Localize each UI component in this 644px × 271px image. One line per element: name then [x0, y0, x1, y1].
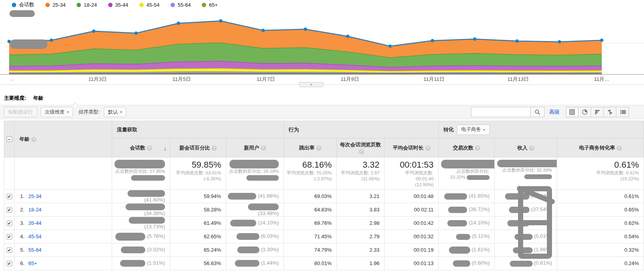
- collapse-rows-checkbox[interactable]: −: [7, 136, 12, 142]
- select-all-cell: −: [4, 121, 15, 157]
- table-row: ✔ 3.35-44 (13.73%) 61.49% (14.10%) 69.76…: [4, 217, 644, 230]
- pages-per-session-column-header[interactable]: 每次会话浏览页数?: [337, 138, 385, 157]
- x-tick: 11月11日: [424, 76, 445, 83]
- age-link[interactable]: 25-34: [28, 193, 41, 199]
- primary-dimension-bar: 主要维度: 年龄: [0, 90, 644, 105]
- legend-item-55-64[interactable]: 55-64: [171, 2, 191, 8]
- legend-item-25-34[interactable]: 25-34: [45, 2, 66, 8]
- row-number: 6.: [20, 260, 24, 266]
- series-dot-icon: [45, 3, 50, 7]
- pie-chart-icon: [582, 109, 588, 115]
- legend-label: 55-64: [178, 2, 191, 8]
- table-search: [471, 107, 544, 117]
- help-icon[interactable]: ?: [147, 146, 152, 151]
- advanced-filter-link[interactable]: 高级: [549, 108, 560, 116]
- redaction: [237, 247, 259, 253]
- help-icon[interactable]: ?: [617, 146, 622, 151]
- sort-type-button[interactable]: 默认▾: [104, 107, 127, 117]
- new-sessions-column-header[interactable]: 新会话百分比?: [170, 138, 226, 157]
- redaction: [453, 260, 470, 267]
- redaction: [510, 261, 533, 267]
- help-icon[interactable]: ?: [425, 146, 430, 151]
- ecommerce-label: 电子商务: [461, 126, 481, 133]
- legend-label: 会话数: [19, 1, 34, 8]
- age-link[interactable]: 45-54: [28, 234, 41, 239]
- age-column-header[interactable]: 年龄?: [15, 121, 112, 157]
- table-toolbar: 绘制选定行 次级维度▾ 排序类型: 默认▾ 高级: [0, 105, 644, 119]
- row-checkbox[interactable]: ✔: [7, 234, 12, 239]
- area-chart-canvas[interactable]: [0, 9, 644, 75]
- redaction: [230, 220, 256, 226]
- view-toggle-group: [566, 107, 629, 117]
- sessions-area-chart: [0, 9, 644, 75]
- legend-item-18-24[interactable]: 18-24: [77, 2, 97, 8]
- search-button[interactable]: [530, 107, 544, 117]
- help-icon[interactable]: ?: [261, 146, 266, 151]
- performance-view-button[interactable]: [591, 107, 604, 117]
- help-icon[interactable]: ?: [475, 146, 480, 151]
- transactions-column-header[interactable]: 交易次数?: [439, 138, 495, 157]
- revenue-column-header[interactable]: 收入?: [495, 138, 557, 157]
- search-input[interactable]: [471, 107, 530, 117]
- summary-new-sessions: 59.85%平均浏览次数: 63.91%(-6.35%): [170, 157, 226, 190]
- comparison-view-button[interactable]: [604, 107, 616, 117]
- age-link[interactable]: 55-64: [28, 247, 41, 253]
- secondary-dimension-button[interactable]: 次级维度▾: [41, 107, 73, 117]
- row-checkbox[interactable]: ✔: [7, 194, 12, 199]
- acquisition-group-header: 流量获取: [112, 121, 284, 138]
- conversion-rate-column-header[interactable]: 电子商务转化率?: [557, 138, 644, 157]
- redaction: [456, 234, 470, 240]
- redaction: [449, 247, 470, 254]
- behavior-group-header: 行为: [284, 121, 439, 138]
- redaction: [441, 160, 495, 168]
- redaction: [228, 193, 256, 200]
- help-icon[interactable]: ?: [529, 146, 534, 151]
- help-icon[interactable]: ?: [359, 149, 364, 154]
- chart-collapse-button[interactable]: ▾: [299, 82, 323, 87]
- x-tick: 11月5日: [173, 76, 191, 83]
- primary-dimension-age[interactable]: 年龄: [33, 95, 43, 101]
- table-view-button[interactable]: [566, 107, 578, 117]
- row-checkbox[interactable]: ✔: [7, 221, 12, 226]
- sessions-column-header[interactable]: 会话数?↓: [112, 138, 170, 157]
- help-icon[interactable]: ?: [31, 137, 36, 142]
- legend-label: 35-44: [115, 2, 128, 8]
- row-checkbox[interactable]: ✔: [7, 261, 12, 266]
- redaction: [524, 174, 552, 179]
- plot-rows-button[interactable]: 绘制选定行: [4, 107, 38, 117]
- legend-item-65plus[interactable]: 65+: [202, 2, 218, 8]
- new-users-column-header[interactable]: 新用户?: [226, 138, 284, 157]
- x-tick: 11月13日: [507, 76, 529, 83]
- analytics-demographics-page: 会话数 25-34 18-24 35-44 45-54 55-64 65+ … …: [0, 0, 644, 271]
- chevron-down-icon: ▾: [120, 110, 122, 114]
- pivot-view-button[interactable]: [616, 107, 629, 117]
- legend-label: 25-34: [53, 2, 66, 8]
- help-icon[interactable]: ?: [316, 146, 321, 151]
- legend-item-sessions[interactable]: 会话数: [12, 1, 34, 8]
- age-link[interactable]: 35-44: [28, 220, 41, 226]
- redaction: [505, 193, 529, 200]
- row-checkbox[interactable]: ✔: [7, 247, 12, 253]
- col-label: 新会话百分比: [179, 145, 210, 151]
- summary-revenue: 占总数的百分比: 32.39%: [495, 157, 557, 190]
- x-tick: 11月3日: [88, 76, 107, 83]
- row-checkbox[interactable]: ✔: [7, 207, 12, 213]
- percentage-view-button[interactable]: [578, 107, 591, 117]
- chevron-down-icon: ▾: [310, 83, 312, 86]
- row-number: 3.: [20, 220, 24, 226]
- bounce-rate-column-header[interactable]: 跳出率?: [284, 138, 337, 157]
- help-icon[interactable]: ?: [212, 146, 217, 151]
- redaction: [128, 190, 165, 197]
- summary-sessions: 占总数的百分比: 27.95%: [112, 157, 170, 190]
- avg-duration-column-header[interactable]: 平均会话时长?: [385, 138, 439, 157]
- conversion-type-dropdown[interactable]: 电子商务▾: [457, 125, 490, 135]
- age-link[interactable]: 65+: [28, 260, 37, 266]
- legend-item-45-54[interactable]: 45-54: [139, 2, 160, 8]
- summary-conversion: 0.61%平均浏览次数: 0.51%(19.22%): [557, 157, 644, 190]
- chart-legend: 会话数 25-34 18-24 35-44 45-54 55-64 65+: [0, 0, 644, 9]
- table-row: ✔ 5.55-64 (3.02%) 65.24% (3.30%) 74.79% …: [4, 243, 644, 257]
- bars-icon: [594, 109, 601, 115]
- legend-item-35-44[interactable]: 35-44: [108, 2, 128, 8]
- age-link[interactable]: 18-24: [28, 207, 41, 213]
- table-row: ✔ 1.25-34 (41.60%) 59.94% (41.66%) 69.03…: [4, 190, 644, 203]
